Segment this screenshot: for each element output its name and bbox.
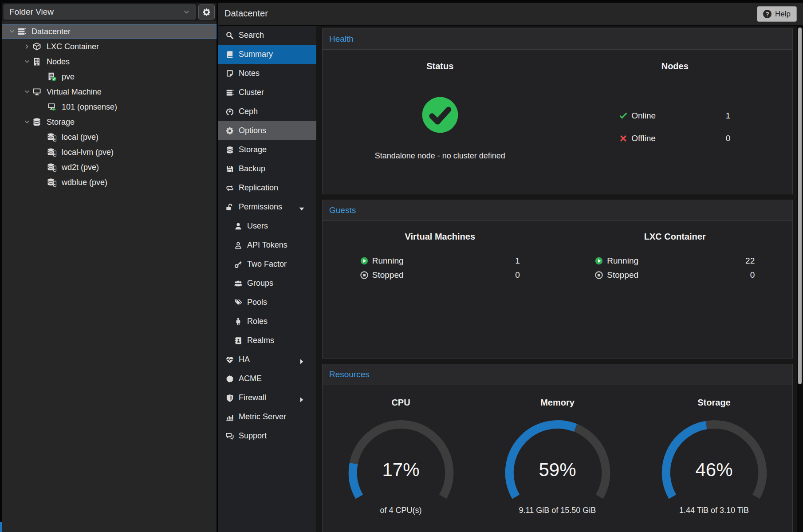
menu-item-label: Backup xyxy=(239,164,265,173)
stat-row-running: Running1 xyxy=(360,254,520,268)
resource-gauge-memory: Memory59%9.11 GiB of 15.50 GiB xyxy=(479,398,636,515)
menu-item-users[interactable]: Users xyxy=(218,217,316,236)
menu-item-metric-server[interactable]: Metric Server xyxy=(218,407,316,426)
tree-item-datacenter[interactable]: Datacenter xyxy=(2,24,216,39)
db-drive-icon xyxy=(47,178,59,187)
tree-item-pve[interactable]: pve xyxy=(2,69,216,84)
stat-value: 0 xyxy=(515,270,520,280)
address-book-icon xyxy=(234,337,242,345)
desktop-play-icon xyxy=(47,102,56,111)
menu-item-label: Ceph xyxy=(239,107,258,116)
nodes-column-header: Nodes xyxy=(661,61,689,71)
menu-item-replication[interactable]: Replication xyxy=(218,178,316,197)
menu-item-api-tokens[interactable]: API Tokens xyxy=(218,236,316,255)
caret-right-icon xyxy=(298,357,311,366)
chevron-down-icon xyxy=(183,9,190,16)
view-selector-value: Folder View xyxy=(9,7,54,17)
chevron-right-icon[interactable] xyxy=(24,43,30,50)
page-title: Datacenter xyxy=(224,8,268,19)
menu-item-two-factor[interactable]: Two Factor xyxy=(218,255,316,274)
tree-item-local-pve[interactable]: local (pve) xyxy=(2,130,216,145)
menu-item-search[interactable]: Search xyxy=(218,26,316,45)
menu-item-label: API Tokens xyxy=(247,240,287,250)
menu-item-ha[interactable]: HA xyxy=(218,350,316,369)
heartbeat-icon xyxy=(226,356,234,364)
guests-stats: Running22Stopped0 xyxy=(595,254,755,282)
menu-item-label: Notes xyxy=(239,69,260,78)
tree-item-storage[interactable]: Storage xyxy=(2,114,216,130)
gauge-percent: 59% xyxy=(500,459,615,481)
desktop-icon xyxy=(32,87,41,96)
menu-item-backup[interactable]: Backup xyxy=(218,159,316,178)
menu-item-permissions[interactable]: Permissions xyxy=(218,197,316,217)
menu-item-realms[interactable]: Realms xyxy=(218,331,316,350)
stop-circle-icon xyxy=(360,271,368,279)
gauge-header: CPU xyxy=(391,398,410,408)
menu-item-groups[interactable]: Groups xyxy=(218,274,316,293)
content-scrollbar xyxy=(797,26,803,532)
menu-item-label: Support xyxy=(239,431,267,441)
cluster-icon xyxy=(226,89,234,97)
tags-icon xyxy=(234,299,242,307)
tree-settings-button[interactable] xyxy=(198,4,215,20)
splitter-handle[interactable] xyxy=(0,522,2,532)
menu-item-cluster[interactable]: Cluster xyxy=(218,83,316,102)
menu-item-summary[interactable]: Summary xyxy=(218,45,316,64)
expander-down-icon[interactable] xyxy=(22,59,32,65)
expander-right-icon[interactable] xyxy=(22,43,32,50)
tree-item-lxc-container[interactable]: LXC Container xyxy=(2,39,216,54)
menu-item-storage[interactable]: Storage xyxy=(218,140,316,159)
tree-item-wd2t-pve[interactable]: wd2t (pve) xyxy=(2,160,216,175)
menu-item-roles[interactable]: Roles xyxy=(218,312,316,331)
menu-item-support[interactable]: Support xyxy=(218,426,316,445)
tree-item-virtual-machine[interactable]: Virtual Machine xyxy=(2,84,216,99)
gauge-sublabel: of 4 CPU(s) xyxy=(380,506,421,515)
chevron-down-icon[interactable] xyxy=(24,59,30,65)
tree-item-label: Datacenter xyxy=(31,27,71,36)
guests-column: Virtual MachinesRunning1Stopped0 xyxy=(323,232,558,282)
gauge-sublabel: 1.44 TiB of 3.10 TiB xyxy=(679,506,749,515)
check-icon xyxy=(619,112,627,120)
menu-item-acme[interactable]: ACME xyxy=(218,369,316,388)
guests-panel: Guests Virtual MachinesRunning1Stopped0L… xyxy=(322,200,793,359)
menu-item-pools[interactable]: Pools xyxy=(218,293,316,312)
menu-item-ceph[interactable]: Ceph xyxy=(218,102,316,121)
menu-item-options[interactable]: Options xyxy=(218,121,316,140)
book-icon xyxy=(226,51,234,59)
menu-item-firewall[interactable]: Firewall xyxy=(218,388,316,407)
db-drive-icon xyxy=(47,133,56,142)
stat-label: Offline xyxy=(631,134,656,143)
chevron-down-icon[interactable] xyxy=(9,28,15,35)
tree-item-nodes[interactable]: Nodes xyxy=(2,54,216,69)
gauge-percent: 46% xyxy=(657,459,772,481)
menu-item-label: Firewall xyxy=(239,393,266,402)
cluster-icon xyxy=(17,27,26,36)
stat-row-running: Running22 xyxy=(595,254,755,268)
tree-item-local-lvm-pve[interactable]: local-lvm (pve) xyxy=(2,145,216,160)
db-icon xyxy=(226,146,234,154)
tree-toolbar: Folder View xyxy=(2,3,216,21)
view-selector-combo[interactable]: Folder View xyxy=(4,4,196,20)
expander-down-icon[interactable] xyxy=(22,119,32,125)
guests-column-header: Virtual Machines xyxy=(405,232,475,242)
user-icon xyxy=(234,222,242,230)
chevron-down-icon[interactable] xyxy=(24,89,30,95)
expander-down-icon[interactable] xyxy=(7,28,17,35)
stat-value: 1 xyxy=(726,111,731,121)
help-button[interactable]: ? Help xyxy=(757,6,797,22)
db-icon xyxy=(32,118,41,126)
bar-chart-icon xyxy=(226,413,234,421)
menu-item-notes[interactable]: Notes xyxy=(218,64,316,83)
resources-panel-title: Resources xyxy=(323,364,792,385)
menu-item-label: Users xyxy=(247,221,268,231)
caret-right-icon xyxy=(298,358,306,366)
chevron-down-icon[interactable] xyxy=(24,119,30,125)
tree-item-label: pve xyxy=(62,72,75,82)
scrollbar-thumb[interactable] xyxy=(798,28,802,384)
expander-down-icon[interactable] xyxy=(22,89,32,95)
db-drive-icon xyxy=(47,148,59,157)
stat-label: Stopped xyxy=(372,270,404,280)
tree-item-wdblue-pve[interactable]: wdblue (pve) xyxy=(2,175,216,190)
building-icon xyxy=(32,57,44,66)
tree-item-101-opnsense[interactable]: 101 (opnsense) xyxy=(2,99,216,114)
